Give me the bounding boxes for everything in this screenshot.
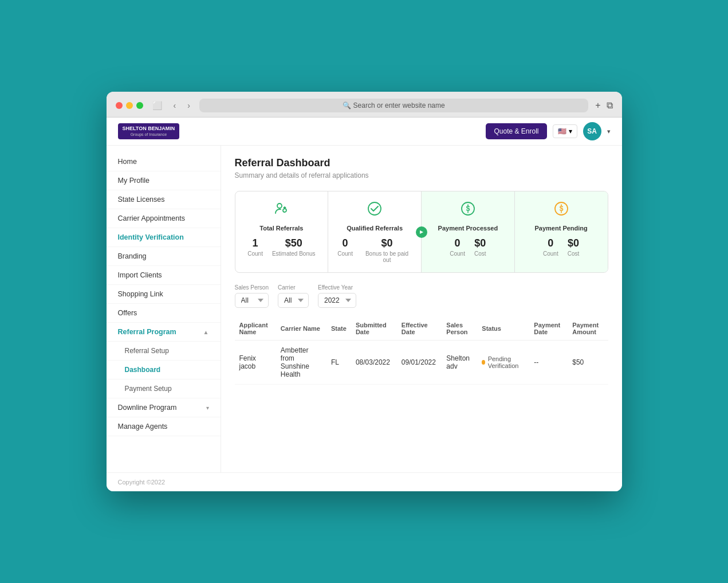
sidebar-item-offers[interactable]: Offers <box>107 304 221 323</box>
effective-year-select[interactable]: 2022 <box>318 293 356 308</box>
sidebar-item-home[interactable]: Home <box>107 152 221 171</box>
sidebar-item-payment-setup[interactable]: Payment Setup <box>107 379 221 398</box>
sales-person-select[interactable]: All <box>235 293 269 308</box>
sidebar-item-identity-verification[interactable]: Identity Verification <box>107 228 221 247</box>
cell-payment-amount: $50 <box>568 341 608 385</box>
status-text: Pending Verification <box>488 355 525 369</box>
sidebar-item-manage-agents[interactable]: Manage Agents <box>107 417 221 436</box>
payment-pending-cost-label: Cost <box>568 251 580 257</box>
payment-pending-cost: $0 <box>568 237 580 249</box>
play-button[interactable]: ▶ <box>416 226 427 238</box>
language-selector[interactable]: 🇺🇸 ▾ <box>553 124 577 138</box>
total-referrals-count-label: Count <box>247 251 263 257</box>
new-tab-button[interactable]: + <box>595 100 600 111</box>
browser-chrome: ⬜ ‹ › 🔍 Search or enter website name + ⧉ <box>107 92 622 118</box>
stat-card-qualified-referrals: Qualified Referrals 0 Count $0 Bonus to … <box>328 191 422 272</box>
cell-submitted-date: 08/03/2022 <box>351 341 397 385</box>
flag-icon: 🇺🇸 <box>558 127 566 135</box>
filter-effective-year: Effective Year 2022 <box>318 284 356 308</box>
close-window-button[interactable] <box>116 102 123 109</box>
copy-tab-button[interactable]: ⧉ <box>607 100 613 111</box>
total-referrals-icon <box>273 201 289 220</box>
top-nav-right: Quote & Enroll 🇺🇸 ▾ SA ▾ <box>486 122 610 140</box>
payment-processed-icon: $ <box>460 201 476 220</box>
payment-processed-count-label: Count <box>450 251 465 257</box>
payment-pending-count: 0 <box>543 237 558 249</box>
payment-processed-label: Payment Processed <box>438 225 498 232</box>
total-referrals-label: Total Referrals <box>259 225 303 232</box>
qualified-referrals-bonus: $0 <box>362 237 412 249</box>
cell-state: FL <box>326 341 351 385</box>
chevron-down-icon: ▾ <box>206 405 209 411</box>
qualified-referrals-label: Qualified Referrals <box>347 225 403 232</box>
app-body: Home My Profile State Licenses Carrier A… <box>107 146 622 472</box>
sidebar-label-state-licenses: State Licenses <box>118 195 165 204</box>
browser-actions: + ⧉ <box>595 100 612 111</box>
user-avatar[interactable]: SA <box>583 122 601 140</box>
payment-processed-cost-label: Cost <box>474 251 486 257</box>
payment-processed-cost: $0 <box>474 237 486 249</box>
cell-carrier-name: Ambetter from Sunshine Health <box>276 341 326 385</box>
status-badge: Pending Verification <box>482 355 525 369</box>
sidebar-label-dashboard: Dashboard <box>125 366 161 374</box>
traffic-lights <box>116 102 143 109</box>
payment-pending-label: Payment Pending <box>534 225 587 232</box>
sidebar-item-state-licenses[interactable]: State Licenses <box>107 190 221 209</box>
quote-enroll-button[interactable]: Quote & Enroll <box>486 123 546 139</box>
sidebar-label-my-profile: My Profile <box>118 177 150 185</box>
sidebar-label-offers: Offers <box>118 309 137 317</box>
sidebar-label-import-clients: Import Clients <box>118 271 162 279</box>
effective-year-label: Effective Year <box>318 284 356 291</box>
qualified-referrals-icon <box>367 201 383 220</box>
forward-button[interactable]: › <box>185 100 192 111</box>
minimize-window-button[interactable] <box>126 102 133 109</box>
address-bar[interactable]: 🔍 Search or enter website name <box>199 99 588 112</box>
sidebar-label-downline-program: Downline Program <box>118 404 177 412</box>
col-state: State <box>326 317 351 341</box>
sidebar-item-referral-setup[interactable]: Referral Setup <box>107 342 221 361</box>
col-payment-amount: Payment Amount <box>568 317 608 341</box>
sidebar-item-downline-program[interactable]: Downline Program ▾ <box>107 398 221 417</box>
col-carrier-name: Carrier Name <box>276 317 326 341</box>
status-dot-icon <box>482 360 485 365</box>
sidebar-label-branding: Branding <box>118 252 147 260</box>
sidebar-item-referral-program[interactable]: Referral Program ▲ <box>107 323 221 342</box>
sidebar-label-payment-setup: Payment Setup <box>125 385 172 393</box>
svg-point-2 <box>368 202 381 215</box>
sidebar-item-carrier-appointments[interactable]: Carrier Appointments <box>107 209 221 228</box>
app-container: SHELTON BENJAMIN Groups of Insurance Quo… <box>107 118 622 491</box>
sidebar-item-dashboard[interactable]: Dashboard <box>107 361 221 379</box>
qualified-referrals-count: 0 <box>337 237 353 249</box>
sidebar-label-identity-verification: Identity Verification <box>118 233 184 241</box>
filter-sales-person: Sales Person All <box>235 284 269 308</box>
sidebar-item-branding[interactable]: Branding <box>107 247 221 266</box>
cell-status: Pending Verification <box>477 341 529 385</box>
table-row: Fenix jacob Ambetter from Sunshine Healt… <box>235 341 608 385</box>
svg-point-0 <box>277 204 282 208</box>
fullscreen-window-button[interactable] <box>136 102 143 109</box>
stat-card-payment-pending: $ Payment Pending 0 Count <box>515 191 608 272</box>
sidebar-label-manage-agents: Manage Agents <box>118 422 168 431</box>
total-referrals-count: 1 <box>247 237 263 249</box>
col-payment-date: Payment Date <box>529 317 568 341</box>
col-applicant-name: Applicant Name <box>235 317 276 341</box>
sidebar-item-import-clients[interactable]: Import Clients <box>107 266 221 285</box>
carrier-label: Carrier <box>278 284 309 291</box>
stats-row: Total Referrals 1 Count $50 Estimated Bo… <box>235 191 608 273</box>
filters-row: Sales Person All Carrier All Effective Y… <box>235 284 608 308</box>
sidebar-label-shopping-link: Shopping Link <box>118 290 163 298</box>
footer: Copyright ©2022 <box>107 472 622 491</box>
sidebar-item-my-profile[interactable]: My Profile <box>107 171 221 190</box>
table-header-row: Applicant Name Carrier Name State Submit… <box>235 317 608 341</box>
qualified-referrals-bonus-label: Bonus to be paid out <box>362 251 412 263</box>
payment-processed-count: 0 <box>450 237 465 249</box>
sidebar-item-shopping-link[interactable]: Shopping Link <box>107 285 221 304</box>
sales-person-label: Sales Person <box>235 284 269 291</box>
back-button[interactable]: ‹ <box>171 100 179 111</box>
qualified-referrals-count-label: Count <box>337 251 353 257</box>
browser-controls: ⬜ ‹ › <box>150 100 192 111</box>
total-referrals-bonus: $50 <box>272 237 316 249</box>
page-title: Referral Dashboard <box>235 157 608 169</box>
carrier-select[interactable]: All <box>278 293 309 308</box>
sidebar-toggle-button[interactable]: ⬜ <box>150 100 164 111</box>
